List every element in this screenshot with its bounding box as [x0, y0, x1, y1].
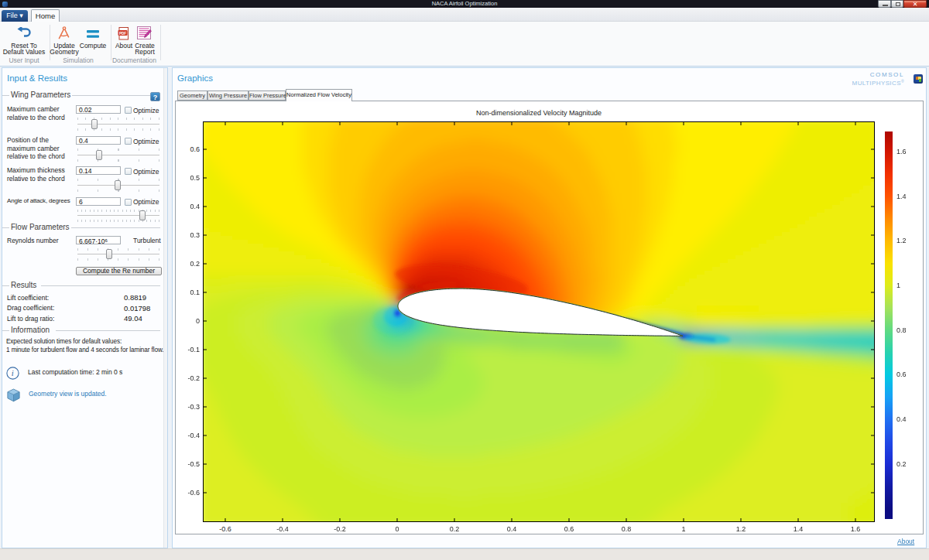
svg-text:i: i — [12, 369, 14, 377]
svg-text:PDF: PDF — [119, 32, 126, 36]
